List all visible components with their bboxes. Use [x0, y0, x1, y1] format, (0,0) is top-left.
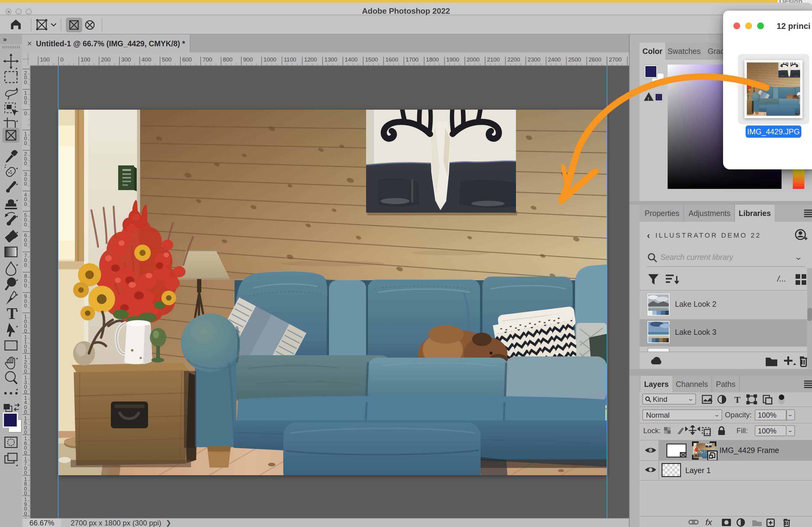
svg-text:2600: 2600	[589, 56, 601, 63]
svg-text:1200: 1200	[304, 56, 317, 63]
svg-text:0: 0	[24, 160, 27, 166]
svg-text:0: 0	[24, 409, 27, 415]
svg-text:100: 100	[40, 56, 50, 63]
svg-text:1300: 1300	[324, 56, 337, 63]
svg-text:T: T	[734, 395, 740, 404]
svg-text:0: 0	[24, 348, 27, 354]
svg-text:100: 100	[81, 56, 90, 63]
svg-text:1600: 1600	[385, 56, 398, 63]
svg-text:700: 700	[203, 56, 212, 63]
svg-text:500: 500	[162, 56, 172, 63]
svg-text:0: 0	[24, 201, 27, 207]
svg-text:0: 0	[24, 369, 27, 374]
svg-text:1400: 1400	[345, 56, 358, 63]
svg-text:T: T	[7, 305, 17, 322]
svg-text:1700: 1700	[406, 56, 419, 63]
svg-text:2000: 2000	[467, 56, 479, 63]
svg-text:900: 900	[243, 56, 253, 63]
svg-text:1500: 1500	[365, 56, 378, 63]
svg-text:1800: 1800	[426, 56, 439, 63]
svg-text:0: 0	[24, 490, 27, 496]
svg-text:0: 0	[24, 242, 27, 248]
svg-text:2100: 2100	[487, 56, 500, 63]
svg-text:300: 300	[121, 56, 131, 63]
svg-text:0: 0	[24, 100, 27, 105]
svg-text:0: 0	[24, 450, 27, 456]
svg-text:1900: 1900	[446, 56, 459, 63]
svg-text:2200: 2200	[507, 56, 520, 63]
svg-text:0: 0	[24, 303, 27, 309]
svg-text:1100: 1100	[284, 56, 296, 63]
svg-text:0: 0	[24, 511, 27, 517]
svg-text:200: 200	[101, 56, 111, 63]
svg-text:0: 0	[24, 328, 27, 334]
svg-text:600: 600	[182, 56, 192, 63]
svg-text:0: 0	[24, 111, 27, 116]
svg-text:0: 0	[24, 80, 27, 85]
svg-text:0: 0	[24, 429, 27, 435]
svg-text:0: 0	[24, 140, 27, 146]
svg-text:0: 0	[60, 56, 64, 63]
svg-text:fx: fx	[706, 518, 712, 527]
svg-text:800: 800	[223, 56, 233, 63]
svg-text:0: 0	[24, 222, 27, 228]
svg-text:0: 0	[24, 389, 27, 395]
svg-text:2500: 2500	[568, 56, 581, 63]
svg-text:2300: 2300	[527, 56, 540, 63]
svg-text:1000: 1000	[263, 56, 276, 63]
svg-text:0: 0	[24, 283, 27, 288]
svg-text:400: 400	[142, 56, 151, 63]
svg-text:2400: 2400	[548, 56, 561, 63]
svg-text:0: 0	[24, 470, 27, 476]
svg-text:»: »	[3, 35, 7, 43]
svg-text:0: 0	[24, 262, 27, 268]
svg-text:2700: 2700	[609, 56, 622, 63]
svg-text:0: 0	[24, 181, 27, 187]
